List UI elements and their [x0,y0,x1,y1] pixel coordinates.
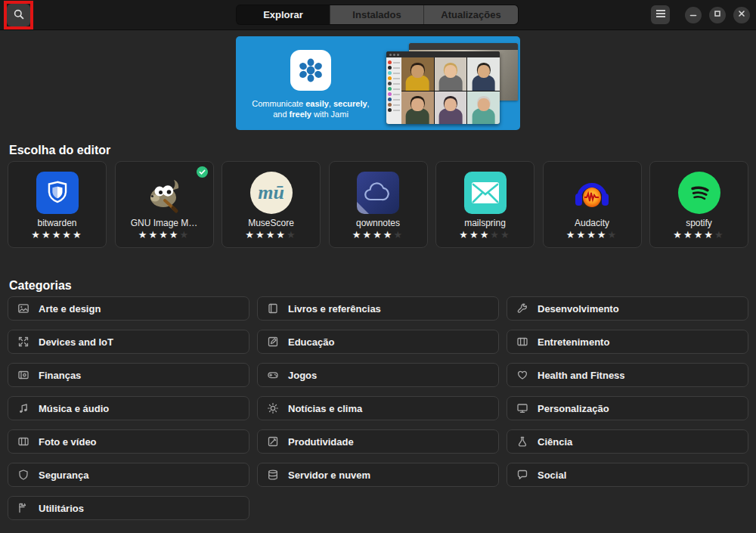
category-devices-and-iot[interactable]: Devices and IoT [8,330,249,354]
banner-tagline: Communicate easily, securely, and freely… [239,98,383,119]
category-personaliza-o[interactable]: Personalização [507,396,748,420]
window-controls [685,7,750,23]
utilities-icon [17,502,29,514]
tab-label: Instalados [352,9,401,20]
app-name: MuseScore [248,218,294,228]
minimize-icon [689,9,698,20]
category-label: Devices and IoT [39,336,113,348]
category-foto-e-v-deo[interactable]: Foto e vídeo [8,429,249,454]
app-tile-mailspring[interactable]: mailspring ★★★★★ [435,161,534,248]
category-livros-e-refer-ncias[interactable]: Livros e referências [257,296,499,321]
category-label: Finanças [39,370,81,381]
monitor-icon [516,402,528,414]
gimp-app-icon [142,171,186,215]
category-utilit-rios[interactable]: Utilitários [8,496,249,520]
featured-banner-jami[interactable]: Communicate easily, securely, and freely… [236,36,520,130]
category-label: Servidor e nuvem [288,469,370,481]
verified-badge-icon [197,166,208,178]
category-health-and-fitness[interactable]: Health and Fitness [507,363,748,387]
category-label: Utilitários [39,503,84,514]
app-name: GNU Image M… [131,218,198,228]
app-name: Audacity [575,218,609,228]
category-label: Health and Fitness [538,370,625,381]
category-servidor-e-nuvem[interactable]: Servidor e nuvem [257,463,499,487]
category-label: Livros e referências [288,303,381,315]
banner-left: Communicate easily, securely, and freely… [236,36,383,130]
musescore-app-icon: mū [249,171,293,215]
film-icon [17,435,29,448]
jami-logo-icon [290,50,331,91]
hamburger-icon [655,9,666,20]
tab-instalados[interactable]: Instalados [330,5,424,24]
app-tile-bitwarden[interactable]: bitwarden ★★★★★ [8,161,107,248]
app-name: qownnotes [356,218,400,228]
app-tile-musescore[interactable]: mū MuseScore ★★★★★ [222,161,321,248]
category-jogos[interactable]: Jogos [257,363,499,387]
heart-icon [516,369,528,381]
tab-explorar[interactable]: Explorar [237,5,330,24]
categories-title: Categorias [9,279,72,293]
app-name: spotify [686,218,712,228]
sun-icon [267,402,279,414]
server-icon [267,469,279,481]
bitwarden-app-icon [36,171,79,215]
banner-screenshot-video-call [386,51,500,124]
category-label: Segurança [39,469,88,481]
minimize-button[interactable] [685,7,702,23]
app-rating: ★★★★★ [138,230,190,240]
mailspring-app-icon [463,171,507,215]
shield-icon [17,469,29,481]
close-button[interactable] [733,7,750,23]
categories-grid: Arte e design Devices and IoT Finanças M… [8,296,748,520]
category-column: Arte e design Devices and IoT Finanças M… [8,296,249,520]
app-name: bitwarden [37,218,76,228]
primary-menu-button[interactable] [651,5,670,24]
app-rating: ★★★★★ [566,230,618,240]
category-arte-e-design[interactable]: Arte e design [8,296,249,321]
category-label: Produtividade [288,436,354,448]
app-tile-gnu-image-m-[interactable]: GNU Image M… ★★★★★ [115,161,214,248]
app-rating: ★★★★★ [245,230,296,240]
tab-label: Atualizações [441,9,500,20]
category-label: Notícias e clima [288,403,362,414]
audacity-app-icon [570,171,614,215]
category-finan-as[interactable]: Finanças [8,363,249,387]
category-label: Música e áudio [39,403,109,414]
app-tile-audacity[interactable]: Audacity ★★★★★ [543,161,642,248]
category-produtividade[interactable]: Produtividade [257,429,499,454]
category-label: Desenvolvimento [538,303,619,315]
category-label: Arte e design [39,303,101,315]
editors-choice-row: bitwarden ★★★★★ GNU Image M… ★★★★★ mū Mu… [8,161,748,248]
music-icon [17,402,29,414]
app-name: mailspring [464,218,506,228]
app-tile-spotify[interactable]: spotify ★★★★★ [649,161,748,248]
category-not-cias-e-clima[interactable]: Notícias e clima [257,396,499,420]
category-social[interactable]: Social [507,463,748,487]
games-icon [267,369,279,381]
category-label: Educação [288,336,334,348]
book-icon [267,302,279,315]
search-button[interactable] [7,4,30,26]
category-seguran-a[interactable]: Segurança [8,463,249,487]
editors-choice-title: Escolha do editor [9,144,110,157]
category-entretenimento[interactable]: Entretenimento [507,330,748,354]
productivity-icon [267,435,279,448]
flask-icon [516,435,528,448]
app-rating: ★★★★★ [31,230,82,240]
category-column: Livros e referências Educação Jogos Notí… [257,296,499,520]
art-icon [17,302,29,315]
app-rating: ★★★★★ [352,230,404,240]
category-desenvolvimento[interactable]: Desenvolvimento [507,296,748,321]
category-educa-o[interactable]: Educação [257,330,499,354]
category-ci-ncia[interactable]: Ciência [507,429,748,454]
close-icon [737,9,746,20]
category-m-sica-e-udio[interactable]: Música e áudio [8,396,249,420]
app-tile-qownnotes[interactable]: qownnotes ★★★★★ [329,161,428,248]
category-label: Foto e vídeo [39,436,97,448]
chat-icon [516,469,528,481]
category-label: Ciência [538,436,572,448]
wrench-icon [516,302,528,315]
search-icon [13,8,25,23]
maximize-button[interactable] [709,7,726,23]
tab-atualizações[interactable]: Atualizações [424,5,518,24]
